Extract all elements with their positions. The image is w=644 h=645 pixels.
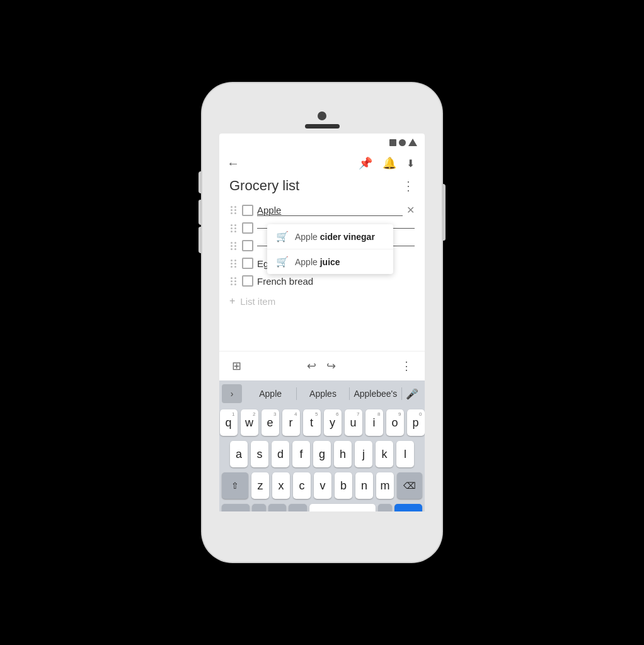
volume-down-button[interactable]: [198, 227, 202, 247]
bottom-bezel: [202, 511, 442, 562]
item-text[interactable]: Apple: [257, 205, 403, 216]
keyboard-row-3: ⇧ z x c v b n m ⌫: [222, 472, 422, 499]
bottom-editor-toolbar: ⊞ ↩ ↪ ⋮: [219, 351, 425, 380]
mic-button[interactable]: 🎤: [402, 388, 422, 400]
drag-handle[interactable]: [229, 276, 238, 287]
key-q[interactable]: 1q: [220, 409, 238, 436]
note-title: Grocery list: [229, 178, 402, 194]
camera: [318, 111, 326, 120]
drag-handle[interactable]: [229, 258, 238, 269]
key-z[interactable]: z: [251, 472, 269, 499]
item-checkbox[interactable]: [242, 222, 253, 234]
key-b[interactable]: b: [335, 472, 352, 499]
suggestion-apples[interactable]: Apples: [297, 387, 349, 400]
key-o[interactable]: 9o: [386, 409, 404, 436]
key-t[interactable]: 5t: [303, 409, 321, 436]
add-plus-icon: +: [229, 295, 235, 307]
key-d[interactable]: d: [272, 441, 289, 467]
drag-handle[interactable]: [229, 241, 238, 251]
key-e[interactable]: 3e: [262, 409, 279, 436]
add-formatting-button[interactable]: ⊞: [227, 355, 246, 377]
cart-icon-2: 🛒: [276, 256, 289, 268]
keyboard-suggestions: › Apple Apples Applebee's 🎤: [219, 380, 425, 407]
redo-button[interactable]: ↪: [321, 355, 341, 377]
item-checkbox[interactable]: [242, 205, 253, 216]
delete-key[interactable]: ⌫: [397, 472, 422, 499]
autocomplete-item-cider[interactable]: 🛒 Apple cider vinegar: [267, 224, 393, 249]
status-bar: [219, 134, 425, 149]
key-i[interactable]: 8i: [365, 409, 383, 436]
suggestion-applebees[interactable]: Applebee's: [350, 387, 402, 400]
key-l[interactable]: l: [396, 441, 414, 467]
key-j[interactable]: j: [355, 441, 372, 467]
drag-handle[interactable]: [229, 205, 238, 215]
item-close-button[interactable]: ✕: [406, 204, 415, 216]
list-items: Apple ✕ 🛒 Apple cider vinegar 🛒 Apple ju…: [229, 202, 415, 312]
key-y[interactable]: 6y: [324, 409, 342, 436]
item-checkbox[interactable]: [242, 240, 253, 251]
status-signal-icon: [408, 139, 417, 146]
key-w[interactable]: 2w: [241, 409, 258, 436]
autocomplete-dropdown: 🛒 Apple cider vinegar 🛒 Apple juice: [267, 224, 393, 274]
key-n[interactable]: n: [355, 472, 373, 499]
item-checkbox[interactable]: [242, 275, 253, 287]
list-item: Apple ✕ 🛒 Apple cider vinegar 🛒 Apple ju…: [229, 202, 415, 219]
phone-screen: ← 📌 🔔 ⬇ Grocery list ⋮: [219, 134, 425, 549]
power-button[interactable]: [442, 209, 446, 241]
keyboard-row-2: a s d f g h j k l: [222, 441, 422, 467]
add-placeholder: List item: [240, 296, 275, 307]
app-toolbar: ← 📌 🔔 ⬇: [219, 149, 425, 178]
key-r[interactable]: 4r: [282, 409, 300, 436]
key-k[interactable]: k: [376, 441, 393, 467]
autocomplete-item-juice[interactable]: 🛒 Apple juice: [267, 249, 393, 274]
key-u[interactable]: 7u: [345, 409, 362, 436]
shift-key[interactable]: ⇧: [222, 472, 248, 499]
suggestion-apple[interactable]: Apple: [244, 387, 297, 400]
volume-up-button[interactable]: [198, 200, 202, 220]
keyboard-row-1: 1q 2w 3e 4r 5t 6y 7u 8i 9o 0p: [222, 409, 422, 436]
item-checkbox[interactable]: [242, 258, 253, 269]
key-m[interactable]: m: [376, 472, 394, 499]
status-dot-icon: [399, 139, 406, 146]
suggestions-arrow[interactable]: ›: [222, 384, 242, 403]
drag-handle[interactable]: [229, 223, 238, 234]
back-button[interactable]: ←: [227, 156, 239, 171]
more-options-button[interactable]: ⋮: [396, 355, 417, 377]
archive-button[interactable]: ⬇: [404, 155, 417, 172]
item-text-french-bread[interactable]: French bread: [257, 276, 415, 287]
undo-button[interactable]: ↩: [302, 355, 321, 377]
key-x[interactable]: x: [272, 472, 290, 499]
key-v[interactable]: v: [314, 472, 331, 499]
earpiece: [305, 124, 340, 128]
note-more-button[interactable]: ⋮: [402, 178, 415, 193]
cart-icon: 🛒: [276, 231, 289, 243]
reminder-button[interactable]: 🔔: [380, 154, 399, 173]
list-item: French bread: [229, 273, 415, 289]
key-a[interactable]: a: [230, 441, 248, 467]
note-content: Grocery list ⋮ Apple ✕: [219, 178, 425, 351]
key-h[interactable]: h: [334, 441, 352, 467]
key-c[interactable]: c: [293, 472, 311, 499]
key-g[interactable]: g: [313, 441, 331, 467]
key-s[interactable]: s: [251, 441, 268, 467]
key-p[interactable]: 0p: [407, 409, 425, 436]
key-f[interactable]: f: [292, 441, 310, 467]
pin-button[interactable]: 📌: [356, 154, 375, 173]
status-square-icon: [389, 139, 396, 146]
add-item-row[interactable]: + List item: [229, 290, 415, 312]
